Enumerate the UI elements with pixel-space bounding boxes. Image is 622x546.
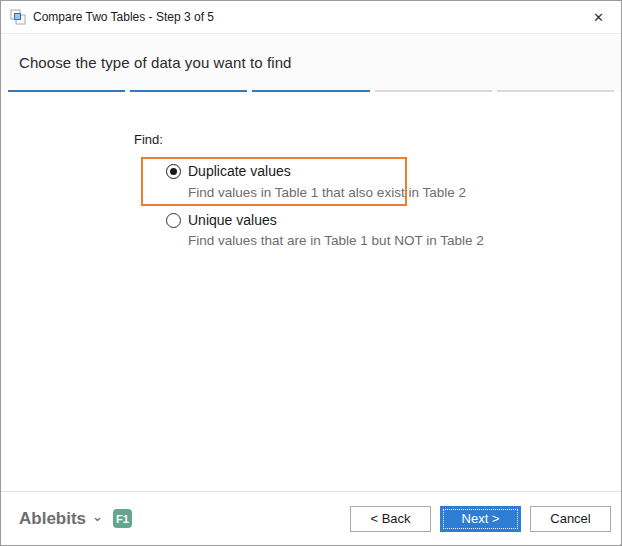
option-label: Duplicate values bbox=[188, 163, 291, 179]
title-bar: Compare Two Tables - Step 3 of 5 ✕ bbox=[1, 1, 621, 34]
brand-label: Ablebits bbox=[19, 509, 86, 529]
option-description: Find values that are in Table 1 but NOT … bbox=[188, 233, 484, 248]
step-segment bbox=[375, 90, 492, 92]
step-segment bbox=[8, 90, 125, 92]
radio-duplicate-values[interactable] bbox=[166, 164, 181, 179]
step-segment bbox=[497, 90, 614, 92]
back-button[interactable]: < Back bbox=[350, 506, 431, 532]
wizard-header: Choose the type of data you want to find bbox=[1, 35, 621, 92]
next-button[interactable]: Next > bbox=[440, 506, 521, 532]
compare-tables-icon bbox=[9, 8, 27, 26]
radio-unique-values[interactable] bbox=[166, 213, 181, 228]
step-segment bbox=[252, 90, 369, 92]
close-icon[interactable]: ✕ bbox=[576, 1, 621, 33]
compare-two-tables-dialog: Compare Two Tables - Step 3 of 5 ✕ Choos… bbox=[0, 0, 622, 546]
chevron-down-icon: ⌄ bbox=[92, 509, 103, 524]
find-label: Find: bbox=[134, 132, 163, 147]
cancel-button[interactable]: Cancel bbox=[530, 506, 611, 532]
window-title: Compare Two Tables - Step 3 of 5 bbox=[33, 10, 214, 24]
option-description: Find values in Table 1 that also exist i… bbox=[188, 185, 466, 200]
f1-help-badge[interactable]: F1 bbox=[113, 509, 132, 528]
step-segment bbox=[130, 90, 247, 92]
step-progress bbox=[8, 90, 614, 92]
option-duplicate-values[interactable]: Duplicate values bbox=[166, 163, 291, 179]
option-label: Unique values bbox=[188, 212, 277, 228]
resize-grip-icon[interactable] bbox=[616, 540, 618, 542]
option-unique-values[interactable]: Unique values bbox=[166, 212, 277, 228]
ablebits-logo[interactable]: Ablebits ⌄ bbox=[19, 509, 103, 529]
page-title: Choose the type of data you want to find bbox=[1, 35, 621, 71]
footer: Ablebits ⌄ F1 < Back Next > Cancel bbox=[1, 491, 621, 545]
